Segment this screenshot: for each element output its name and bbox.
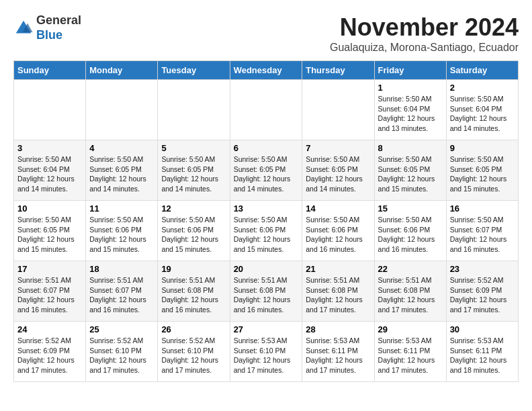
day-info: Sunrise: 5:50 AMSunset: 6:06 PMDaylight:… bbox=[234, 215, 299, 255]
day-number: 5 bbox=[161, 143, 226, 153]
calendar-cell bbox=[14, 80, 86, 140]
day-info: Sunrise: 5:51 AMSunset: 6:07 PMDaylight:… bbox=[89, 275, 154, 315]
day-info: Sunrise: 5:51 AMSunset: 6:08 PMDaylight:… bbox=[378, 275, 443, 315]
calendar-cell: 24Sunrise: 5:52 AMSunset: 6:09 PMDayligh… bbox=[14, 322, 86, 382]
calendar-cell: 7Sunrise: 5:50 AMSunset: 6:05 PMDaylight… bbox=[302, 140, 374, 201]
page-header: General Blue November 2024 Gualaquiza, M… bbox=[13, 13, 519, 54]
day-number: 1 bbox=[378, 83, 443, 93]
day-info: Sunrise: 5:50 AMSunset: 6:04 PMDaylight:… bbox=[450, 94, 515, 134]
day-info: Sunrise: 5:50 AMSunset: 6:05 PMDaylight:… bbox=[161, 154, 226, 194]
calendar-cell: 8Sunrise: 5:50 AMSunset: 6:05 PMDaylight… bbox=[374, 140, 446, 201]
day-info: Sunrise: 5:50 AMSunset: 6:05 PMDaylight:… bbox=[378, 154, 443, 194]
day-info: Sunrise: 5:50 AMSunset: 6:05 PMDaylight:… bbox=[306, 154, 370, 194]
day-number: 10 bbox=[17, 203, 82, 214]
day-info: Sunrise: 5:50 AMSunset: 6:06 PMDaylight:… bbox=[378, 215, 443, 255]
calendar-header-row: SundayMondayTuesdayWednesdayThursdayFrid… bbox=[14, 61, 519, 80]
calendar-cell: 9Sunrise: 5:50 AMSunset: 6:05 PMDaylight… bbox=[446, 140, 518, 201]
calendar-cell: 23Sunrise: 5:52 AMSunset: 6:09 PMDayligh… bbox=[446, 261, 518, 322]
day-number: 6 bbox=[234, 143, 299, 153]
calendar-cell: 30Sunrise: 5:53 AMSunset: 6:11 PMDayligh… bbox=[446, 322, 518, 382]
day-info: Sunrise: 5:50 AMSunset: 6:05 PMDaylight:… bbox=[450, 154, 515, 194]
calendar-cell: 28Sunrise: 5:53 AMSunset: 6:11 PMDayligh… bbox=[302, 322, 374, 382]
calendar-cell: 25Sunrise: 5:52 AMSunset: 6:10 PMDayligh… bbox=[86, 322, 158, 382]
day-info: Sunrise: 5:52 AMSunset: 6:10 PMDaylight:… bbox=[89, 336, 154, 375]
calendar-cell: 29Sunrise: 5:53 AMSunset: 6:11 PMDayligh… bbox=[374, 322, 446, 382]
calendar-cell: 26Sunrise: 5:52 AMSunset: 6:10 PMDayligh… bbox=[158, 322, 230, 382]
day-number: 17 bbox=[17, 264, 82, 274]
day-number: 2 bbox=[450, 83, 515, 93]
day-number: 11 bbox=[89, 203, 154, 214]
calendar-day-header: Sunday bbox=[14, 61, 86, 80]
day-info: Sunrise: 5:50 AMSunset: 6:04 PMDaylight:… bbox=[378, 94, 443, 134]
day-info: Sunrise: 5:50 AMSunset: 6:06 PMDaylight:… bbox=[161, 215, 226, 255]
calendar-body: 1Sunrise: 5:50 AMSunset: 6:04 PMDaylight… bbox=[14, 80, 519, 382]
day-number: 20 bbox=[234, 264, 299, 274]
day-number: 14 bbox=[306, 203, 370, 214]
calendar-cell: 16Sunrise: 5:50 AMSunset: 6:07 PMDayligh… bbox=[446, 201, 518, 261]
month-title: November 2024 bbox=[330, 13, 519, 42]
day-info: Sunrise: 5:50 AMSunset: 6:07 PMDaylight:… bbox=[450, 215, 515, 255]
calendar-cell: 17Sunrise: 5:51 AMSunset: 6:07 PMDayligh… bbox=[14, 261, 86, 322]
day-info: Sunrise: 5:50 AMSunset: 6:05 PMDaylight:… bbox=[234, 154, 299, 194]
day-info: Sunrise: 5:50 AMSunset: 6:04 PMDaylight:… bbox=[17, 154, 82, 194]
day-number: 9 bbox=[450, 143, 515, 153]
calendar-cell: 12Sunrise: 5:50 AMSunset: 6:06 PMDayligh… bbox=[158, 201, 230, 261]
day-number: 13 bbox=[234, 203, 299, 214]
day-number: 19 bbox=[161, 264, 226, 274]
day-info: Sunrise: 5:53 AMSunset: 6:10 PMDaylight:… bbox=[234, 336, 299, 375]
day-number: 25 bbox=[89, 324, 154, 334]
day-number: 18 bbox=[89, 264, 154, 274]
calendar-cell: 18Sunrise: 5:51 AMSunset: 6:07 PMDayligh… bbox=[86, 261, 158, 322]
day-number: 21 bbox=[306, 264, 370, 274]
calendar-day-header: Monday bbox=[86, 61, 158, 80]
day-number: 3 bbox=[17, 143, 82, 153]
calendar-cell bbox=[302, 80, 374, 140]
day-info: Sunrise: 5:51 AMSunset: 6:08 PMDaylight:… bbox=[234, 275, 299, 315]
calendar-cell: 11Sunrise: 5:50 AMSunset: 6:06 PMDayligh… bbox=[86, 201, 158, 261]
title-area: November 2024 Gualaquiza, Morona-Santiag… bbox=[330, 13, 519, 54]
day-info: Sunrise: 5:50 AMSunset: 6:05 PMDaylight:… bbox=[17, 215, 82, 255]
calendar-week-row: 10Sunrise: 5:50 AMSunset: 6:05 PMDayligh… bbox=[14, 201, 519, 261]
calendar-cell: 15Sunrise: 5:50 AMSunset: 6:06 PMDayligh… bbox=[374, 201, 446, 261]
calendar-cell: 1Sunrise: 5:50 AMSunset: 6:04 PMDaylight… bbox=[374, 80, 446, 140]
calendar-day-header: Friday bbox=[374, 61, 446, 80]
day-number: 29 bbox=[378, 324, 443, 334]
day-info: Sunrise: 5:52 AMSunset: 6:09 PMDaylight:… bbox=[17, 336, 82, 375]
day-number: 23 bbox=[450, 264, 515, 274]
logo: General Blue bbox=[13, 13, 81, 42]
calendar-table: SundayMondayTuesdayWednesdayThursdayFrid… bbox=[13, 60, 519, 382]
calendar-cell bbox=[158, 80, 230, 140]
calendar-cell: 20Sunrise: 5:51 AMSunset: 6:08 PMDayligh… bbox=[230, 261, 302, 322]
calendar-cell: 10Sunrise: 5:50 AMSunset: 6:05 PMDayligh… bbox=[14, 201, 86, 261]
calendar-week-row: 24Sunrise: 5:52 AMSunset: 6:09 PMDayligh… bbox=[14, 322, 519, 382]
day-info: Sunrise: 5:50 AMSunset: 6:06 PMDaylight:… bbox=[89, 215, 154, 255]
logo-icon bbox=[13, 18, 34, 38]
day-number: 26 bbox=[161, 324, 226, 334]
calendar-cell: 6Sunrise: 5:50 AMSunset: 6:05 PMDaylight… bbox=[230, 140, 302, 201]
day-number: 22 bbox=[378, 264, 443, 274]
calendar-cell: 4Sunrise: 5:50 AMSunset: 6:05 PMDaylight… bbox=[86, 140, 158, 201]
day-number: 28 bbox=[306, 324, 370, 334]
day-info: Sunrise: 5:53 AMSunset: 6:11 PMDaylight:… bbox=[378, 336, 443, 375]
day-info: Sunrise: 5:50 AMSunset: 6:06 PMDaylight:… bbox=[306, 215, 370, 255]
day-info: Sunrise: 5:51 AMSunset: 6:08 PMDaylight:… bbox=[306, 275, 370, 315]
calendar-cell: 5Sunrise: 5:50 AMSunset: 6:05 PMDaylight… bbox=[158, 140, 230, 201]
day-number: 12 bbox=[161, 203, 226, 214]
day-number: 15 bbox=[378, 203, 443, 214]
calendar-week-row: 3Sunrise: 5:50 AMSunset: 6:04 PMDaylight… bbox=[14, 140, 519, 201]
calendar-cell: 21Sunrise: 5:51 AMSunset: 6:08 PMDayligh… bbox=[302, 261, 374, 322]
calendar-cell: 22Sunrise: 5:51 AMSunset: 6:08 PMDayligh… bbox=[374, 261, 446, 322]
calendar-day-header: Saturday bbox=[446, 61, 518, 80]
day-number: 7 bbox=[306, 143, 370, 153]
day-number: 30 bbox=[450, 324, 515, 334]
calendar-cell: 27Sunrise: 5:53 AMSunset: 6:10 PMDayligh… bbox=[230, 322, 302, 382]
day-number: 8 bbox=[378, 143, 443, 153]
calendar-cell: 13Sunrise: 5:50 AMSunset: 6:06 PMDayligh… bbox=[230, 201, 302, 261]
day-number: 16 bbox=[450, 203, 515, 214]
day-number: 4 bbox=[89, 143, 154, 153]
day-info: Sunrise: 5:52 AMSunset: 6:10 PMDaylight:… bbox=[161, 336, 226, 375]
day-info: Sunrise: 5:51 AMSunset: 6:08 PMDaylight:… bbox=[161, 275, 226, 315]
calendar-cell: 19Sunrise: 5:51 AMSunset: 6:08 PMDayligh… bbox=[158, 261, 230, 322]
day-info: Sunrise: 5:51 AMSunset: 6:07 PMDaylight:… bbox=[17, 275, 82, 315]
calendar-day-header: Wednesday bbox=[230, 61, 302, 80]
